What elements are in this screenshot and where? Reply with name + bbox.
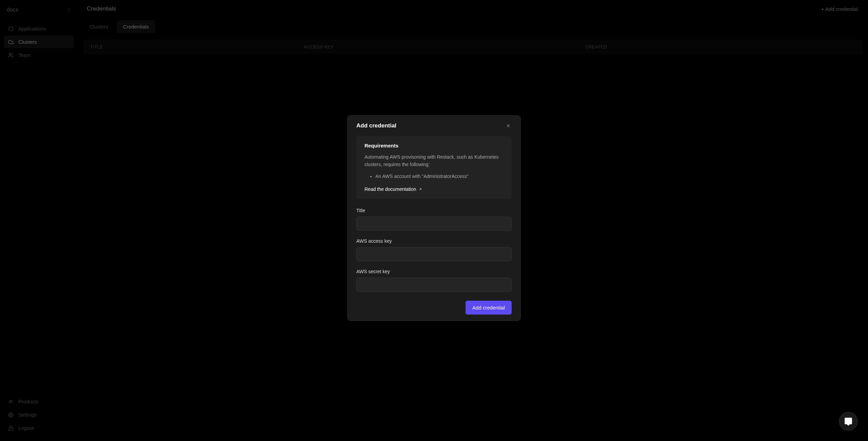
chat-widget[interactable] [839,412,858,431]
external-link-icon [418,187,422,191]
documentation-link[interactable]: Read the documentation [364,186,422,192]
chat-icon [844,417,853,426]
documentation-link-label: Read the documentation [364,186,416,192]
modal-body: Requirements Automating AWS provisoning … [348,136,520,321]
title-input[interactable] [356,217,512,231]
requirements-box: Requirements Automating AWS provisoning … [356,136,512,199]
modal-header: Add credential [348,116,520,136]
submit-button[interactable]: Add credential [466,301,512,315]
modal-title: Add credential [356,122,396,129]
requirements-list: An AWS account with "AdministratorAccess… [364,173,504,180]
requirements-text: Automating AWS provisoning with Restack,… [364,153,504,168]
title-label: Title [356,208,512,213]
secret-key-input[interactable] [356,278,512,292]
modal-footer: Add credential [356,299,512,315]
close-icon[interactable] [505,122,512,129]
access-key-label: AWS access key [356,238,512,244]
requirements-item: An AWS account with "AdministratorAccess… [375,173,504,180]
access-key-input[interactable] [356,247,512,261]
access-key-field-group: AWS access key [356,238,512,261]
secret-key-field-group: AWS secret key [356,269,512,292]
title-field-group: Title [356,208,512,231]
secret-key-label: AWS secret key [356,269,512,274]
modal-overlay[interactable]: Add credential Requirements Automating A… [0,0,868,441]
add-credential-modal: Add credential Requirements Automating A… [347,115,521,321]
requirements-title: Requirements [364,143,504,148]
